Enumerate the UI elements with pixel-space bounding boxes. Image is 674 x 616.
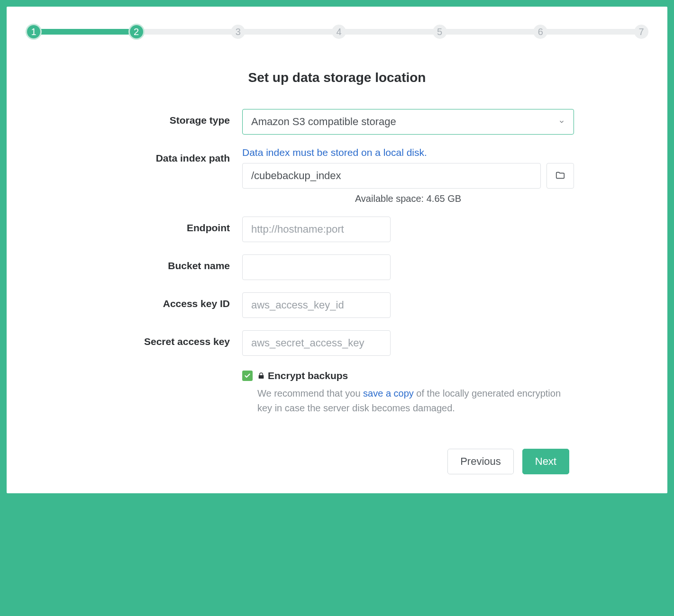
step-3: 3 bbox=[231, 25, 245, 39]
chevron-down-icon bbox=[558, 118, 565, 125]
secret-key-label: Secret access key bbox=[100, 330, 242, 347]
encrypt-checkbox[interactable] bbox=[242, 371, 253, 381]
wizard-footer: Previous Next bbox=[100, 449, 574, 474]
bucket-input[interactable] bbox=[242, 254, 391, 280]
access-key-label: Access key ID bbox=[100, 292, 242, 309]
encrypt-hint: We recommend that you save a copy of the… bbox=[242, 386, 574, 416]
step-1[interactable]: 1 bbox=[26, 24, 42, 40]
step-6: 6 bbox=[533, 25, 547, 39]
endpoint-input[interactable] bbox=[242, 217, 391, 242]
encrypt-label: Encrypt backups bbox=[257, 370, 348, 381]
available-space: Available space: 4.65 GB bbox=[242, 193, 574, 204]
progress-stepper: 1 2 3 4 5 6 7 bbox=[26, 24, 648, 40]
access-key-input[interactable] bbox=[242, 292, 391, 318]
previous-button[interactable]: Previous bbox=[447, 449, 514, 474]
step-4: 4 bbox=[332, 25, 346, 39]
data-index-label: Data index path bbox=[100, 147, 242, 164]
bucket-label: Bucket name bbox=[100, 254, 242, 272]
step-5: 5 bbox=[433, 25, 447, 39]
folder-icon bbox=[555, 170, 565, 182]
encrypt-label-text: Encrypt backups bbox=[268, 370, 348, 381]
next-button[interactable]: Next bbox=[522, 449, 569, 474]
step-7: 7 bbox=[634, 25, 648, 39]
page-title: Set up data storage location bbox=[26, 70, 648, 85]
data-index-note[interactable]: Data index must be stored on a local dis… bbox=[242, 147, 427, 158]
storage-form: Storage type Amazon S3 compatible storag… bbox=[100, 109, 574, 474]
browse-folder-button[interactable] bbox=[546, 163, 574, 189]
data-index-input[interactable] bbox=[242, 163, 541, 189]
storage-type-label: Storage type bbox=[100, 109, 242, 126]
setup-card: 1 2 3 4 5 6 7 Set up data storage locati… bbox=[7, 7, 667, 493]
step-2[interactable]: 2 bbox=[128, 24, 145, 40]
endpoint-label: Endpoint bbox=[100, 217, 242, 234]
lock-icon bbox=[257, 372, 265, 380]
encrypt-hint-pre: We recommend that you bbox=[257, 388, 363, 399]
save-copy-link[interactable]: save a copy bbox=[363, 388, 414, 399]
secret-key-input[interactable] bbox=[242, 330, 391, 356]
storage-type-value: Amazon S3 compatible storage bbox=[251, 116, 396, 128]
storage-type-select[interactable]: Amazon S3 compatible storage bbox=[242, 109, 574, 135]
